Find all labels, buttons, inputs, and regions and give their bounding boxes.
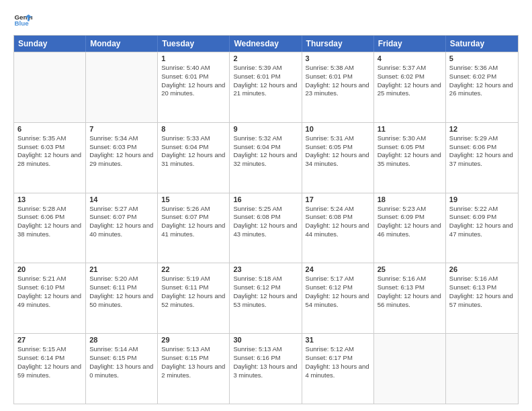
- day-info: Sunrise: 5:23 AM Sunset: 6:09 PM Dayligh…: [378, 205, 442, 239]
- calendar-cell: 30Sunrise: 5:13 AM Sunset: 6:16 PM Dayli…: [230, 334, 302, 404]
- day-info: Sunrise: 5:13 AM Sunset: 6:16 PM Dayligh…: [233, 345, 298, 379]
- day-number: 20: [17, 265, 82, 273]
- calendar-cell: 9Sunrise: 5:32 AM Sunset: 6:04 PM Daylig…: [230, 123, 302, 193]
- day-number: 11: [378, 125, 442, 133]
- day-info: Sunrise: 5:18 AM Sunset: 6:12 PM Dayligh…: [233, 275, 298, 309]
- day-info: Sunrise: 5:22 AM Sunset: 6:09 PM Dayligh…: [449, 205, 515, 239]
- day-number: 7: [89, 125, 154, 133]
- header-cell-saturday: Saturday: [446, 36, 518, 52]
- day-info: Sunrise: 5:33 AM Sunset: 6:04 PM Dayligh…: [161, 134, 226, 169]
- day-number: 25: [378, 265, 442, 273]
- calendar-row-3: 20Sunrise: 5:21 AM Sunset: 6:10 PM Dayli…: [14, 263, 518, 333]
- day-info: Sunrise: 5:40 AM Sunset: 6:01 PM Dayligh…: [161, 64, 226, 98]
- page-header: General Blue: [13, 11, 519, 30]
- day-number: 18: [378, 195, 442, 203]
- day-info: Sunrise: 5:14 AM Sunset: 6:15 PM Dayligh…: [89, 345, 154, 379]
- svg-text:Blue: Blue: [14, 19, 29, 27]
- calendar-cell: 18Sunrise: 5:23 AM Sunset: 6:09 PM Dayli…: [374, 193, 446, 263]
- calendar-cell: 12Sunrise: 5:29 AM Sunset: 6:06 PM Dayli…: [446, 123, 518, 193]
- header-cell-thursday: Thursday: [302, 36, 374, 52]
- day-info: Sunrise: 5:36 AM Sunset: 6:02 PM Dayligh…: [449, 64, 515, 98]
- calendar-cell: 6Sunrise: 5:35 AM Sunset: 6:03 PM Daylig…: [14, 123, 86, 193]
- header-cell-sunday: Sunday: [14, 36, 86, 52]
- day-info: Sunrise: 5:20 AM Sunset: 6:11 PM Dayligh…: [89, 275, 154, 309]
- calendar: SundayMondayTuesdayWednesdayThursdayFrid…: [13, 35, 519, 404]
- calendar-cell: 4Sunrise: 5:37 AM Sunset: 6:02 PM Daylig…: [374, 52, 446, 122]
- calendar-row-4: 27Sunrise: 5:15 AM Sunset: 6:14 PM Dayli…: [14, 333, 518, 404]
- day-number: 28: [89, 336, 154, 344]
- header-cell-wednesday: Wednesday: [230, 36, 302, 52]
- day-info: Sunrise: 5:25 AM Sunset: 6:08 PM Dayligh…: [233, 205, 298, 239]
- calendar-cell: 28Sunrise: 5:14 AM Sunset: 6:15 PM Dayli…: [86, 334, 158, 404]
- calendar-cell: 16Sunrise: 5:25 AM Sunset: 6:08 PM Dayli…: [230, 193, 302, 263]
- calendar-cell: 14Sunrise: 5:27 AM Sunset: 6:07 PM Dayli…: [86, 193, 158, 263]
- day-number: 4: [378, 54, 442, 62]
- calendar-cell: [446, 334, 518, 404]
- calendar-cell: 23Sunrise: 5:18 AM Sunset: 6:12 PM Dayli…: [230, 263, 302, 333]
- calendar-cell: 27Sunrise: 5:15 AM Sunset: 6:14 PM Dayli…: [14, 334, 86, 404]
- day-number: 26: [449, 265, 515, 273]
- day-number: 30: [233, 336, 298, 344]
- calendar-cell: 21Sunrise: 5:20 AM Sunset: 6:11 PM Dayli…: [86, 263, 158, 333]
- calendar-cell: 19Sunrise: 5:22 AM Sunset: 6:09 PM Dayli…: [446, 193, 518, 263]
- day-info: Sunrise: 5:24 AM Sunset: 6:08 PM Dayligh…: [306, 205, 370, 239]
- calendar-cell: 22Sunrise: 5:19 AM Sunset: 6:11 PM Dayli…: [158, 263, 230, 333]
- day-number: 23: [233, 265, 298, 273]
- calendar-cell: 7Sunrise: 5:34 AM Sunset: 6:03 PM Daylig…: [86, 123, 158, 193]
- day-number: 21: [89, 265, 154, 273]
- day-info: Sunrise: 5:15 AM Sunset: 6:14 PM Dayligh…: [17, 345, 82, 379]
- calendar-cell: 31Sunrise: 5:12 AM Sunset: 6:17 PM Dayli…: [302, 334, 374, 404]
- day-info: Sunrise: 5:16 AM Sunset: 6:13 PM Dayligh…: [378, 275, 442, 309]
- calendar-cell: 10Sunrise: 5:31 AM Sunset: 6:05 PM Dayli…: [302, 123, 374, 193]
- calendar-cell: 13Sunrise: 5:28 AM Sunset: 6:06 PM Dayli…: [14, 193, 86, 263]
- logo: General Blue: [13, 11, 32, 30]
- day-number: 5: [449, 54, 515, 62]
- day-number: 13: [17, 195, 82, 203]
- calendar-cell: 20Sunrise: 5:21 AM Sunset: 6:10 PM Dayli…: [14, 263, 86, 333]
- calendar-cell: [86, 52, 158, 122]
- day-number: 16: [233, 195, 298, 203]
- day-number: 29: [161, 336, 226, 344]
- day-number: 12: [449, 125, 515, 133]
- day-info: Sunrise: 5:39 AM Sunset: 6:01 PM Dayligh…: [233, 64, 298, 98]
- day-number: 14: [89, 195, 154, 203]
- calendar-cell: 8Sunrise: 5:33 AM Sunset: 6:04 PM Daylig…: [158, 123, 230, 193]
- calendar-cell: 11Sunrise: 5:30 AM Sunset: 6:05 PM Dayli…: [374, 123, 446, 193]
- logo-icon: General Blue: [13, 11, 32, 30]
- calendar-cell: 17Sunrise: 5:24 AM Sunset: 6:08 PM Dayli…: [302, 193, 374, 263]
- calendar-cell: [14, 52, 86, 122]
- day-info: Sunrise: 5:17 AM Sunset: 6:12 PM Dayligh…: [306, 275, 370, 309]
- day-number: 1: [161, 54, 226, 62]
- day-info: Sunrise: 5:35 AM Sunset: 6:03 PM Dayligh…: [17, 134, 82, 169]
- day-number: 19: [449, 195, 515, 203]
- day-info: Sunrise: 5:38 AM Sunset: 6:01 PM Dayligh…: [306, 64, 370, 98]
- day-info: Sunrise: 5:37 AM Sunset: 6:02 PM Dayligh…: [378, 64, 442, 98]
- day-info: Sunrise: 5:31 AM Sunset: 6:05 PM Dayligh…: [306, 134, 370, 169]
- calendar-cell: 5Sunrise: 5:36 AM Sunset: 6:02 PM Daylig…: [446, 52, 518, 122]
- day-number: 17: [306, 195, 370, 203]
- header-cell-friday: Friday: [374, 36, 446, 52]
- calendar-row-2: 13Sunrise: 5:28 AM Sunset: 6:06 PM Dayli…: [14, 193, 518, 263]
- day-number: 24: [306, 265, 370, 273]
- day-info: Sunrise: 5:29 AM Sunset: 6:06 PM Dayligh…: [449, 134, 515, 169]
- day-number: 8: [161, 125, 226, 133]
- day-info: Sunrise: 5:21 AM Sunset: 6:10 PM Dayligh…: [17, 275, 82, 309]
- header-cell-monday: Monday: [86, 36, 158, 52]
- day-number: 15: [161, 195, 226, 203]
- calendar-cell: 3Sunrise: 5:38 AM Sunset: 6:01 PM Daylig…: [302, 52, 374, 122]
- day-info: Sunrise: 5:27 AM Sunset: 6:07 PM Dayligh…: [89, 205, 154, 239]
- calendar-body: 1Sunrise: 5:40 AM Sunset: 6:01 PM Daylig…: [14, 52, 518, 404]
- calendar-row-0: 1Sunrise: 5:40 AM Sunset: 6:01 PM Daylig…: [14, 52, 518, 122]
- day-info: Sunrise: 5:12 AM Sunset: 6:17 PM Dayligh…: [306, 345, 370, 379]
- day-info: Sunrise: 5:16 AM Sunset: 6:13 PM Dayligh…: [449, 275, 515, 309]
- calendar-header: SundayMondayTuesdayWednesdayThursdayFrid…: [14, 36, 518, 52]
- day-info: Sunrise: 5:32 AM Sunset: 6:04 PM Dayligh…: [233, 134, 298, 169]
- calendar-cell: 29Sunrise: 5:13 AM Sunset: 6:15 PM Dayli…: [158, 334, 230, 404]
- day-number: 9: [233, 125, 298, 133]
- calendar-row-1: 6Sunrise: 5:35 AM Sunset: 6:03 PM Daylig…: [14, 122, 518, 193]
- day-number: 3: [306, 54, 370, 62]
- header-cell-tuesday: Tuesday: [158, 36, 230, 52]
- calendar-cell: 26Sunrise: 5:16 AM Sunset: 6:13 PM Dayli…: [446, 263, 518, 333]
- calendar-cell: 25Sunrise: 5:16 AM Sunset: 6:13 PM Dayli…: [374, 263, 446, 333]
- day-info: Sunrise: 5:26 AM Sunset: 6:07 PM Dayligh…: [161, 205, 226, 239]
